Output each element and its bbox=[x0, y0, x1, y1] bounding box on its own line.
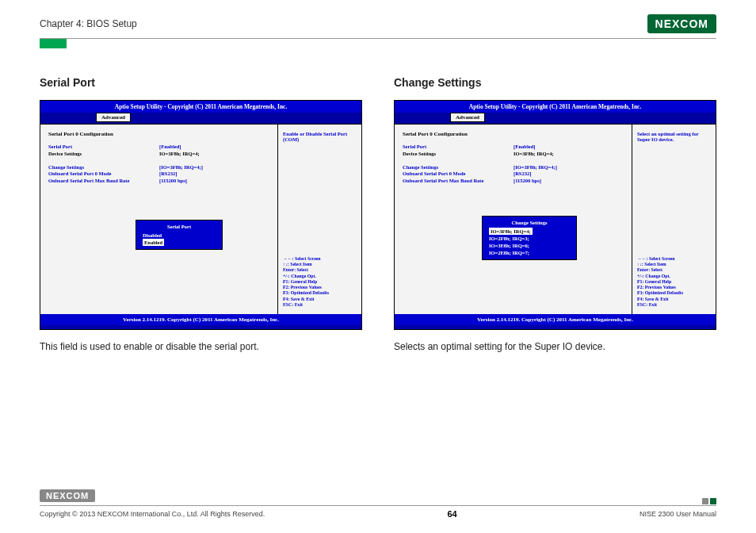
row-label: Change Settings bbox=[403, 164, 514, 171]
row-label: Serial Port bbox=[403, 144, 514, 151]
page-number: 64 bbox=[447, 509, 456, 519]
key-legend: →←: Select Screen↑↓: Select ItemEnter: S… bbox=[283, 256, 357, 308]
row-label: Onboard Serial Port 0 Mode bbox=[403, 171, 514, 178]
bios-footer-version: Version 2.14.1219. Copyright (C) 2011 Am… bbox=[40, 314, 361, 325]
row-label: Change Settings bbox=[48, 164, 159, 171]
green-tab-decoration bbox=[40, 39, 67, 48]
bios-tab-advanced: Advanced bbox=[450, 113, 485, 122]
footer-decoration bbox=[702, 498, 716, 504]
section-heading-serial-port: Serial Port bbox=[40, 76, 362, 89]
row-label: Device Settings bbox=[48, 151, 159, 158]
row-value: [Enabled] bbox=[159, 144, 269, 151]
config-heading: Serial Port 0 Configuration bbox=[403, 131, 624, 137]
caption-change-settings: Selects an optimal setting for the Super… bbox=[394, 341, 716, 352]
popup-change-settings: Change Settings IO=3F8h; IRQ=4; IO=2F8h;… bbox=[482, 216, 577, 260]
bios-screenshot-change-settings: Aptio Setup Utility - Copyright (C) 2011… bbox=[394, 100, 716, 330]
popup-option: Disabled bbox=[143, 232, 216, 239]
row-value: [IO=3F8h; IRQ=4;] bbox=[514, 164, 624, 171]
chapter-title: Chapter 4: BIOS Setup bbox=[40, 18, 137, 29]
row-label: Device Settings bbox=[403, 151, 514, 158]
row-label: Onboard Serial Port 0 Mode bbox=[48, 171, 159, 178]
popup-option: IO=2F8h; IRQ=3; bbox=[489, 235, 570, 242]
config-heading: Serial Port 0 Configuration bbox=[48, 131, 269, 137]
row-value: [115200 bps] bbox=[514, 178, 624, 185]
row-label: Serial Port bbox=[48, 144, 159, 151]
row-value: [RS232] bbox=[514, 171, 624, 178]
bios-tab-advanced: Advanced bbox=[96, 113, 131, 122]
brand-logo-bottom: NEXCOM bbox=[40, 489, 95, 502]
row-value: [115200 bps] bbox=[159, 178, 269, 185]
row-value: IO=3F8h; IRQ=4; bbox=[514, 151, 624, 158]
bios-title-bar: Aptio Setup Utility - Copyright (C) 2011… bbox=[40, 101, 361, 113]
popup-title: Change Settings bbox=[489, 220, 570, 225]
manual-name: NISE 2300 User Manual bbox=[640, 510, 716, 518]
copyright-text: Copyright © 2013 NEXCOM International Co… bbox=[40, 510, 265, 518]
key-legend: →←: Select Screen↑↓: Select ItemEnter: S… bbox=[637, 256, 711, 308]
bios-screenshot-serial-port: Aptio Setup Utility - Copyright (C) 2011… bbox=[40, 100, 362, 330]
row-label: Onboard Serial Port Max Baud Rate bbox=[48, 178, 159, 185]
footer-rule bbox=[40, 505, 716, 506]
popup-option-selected: IO=3F8h; IRQ=4; bbox=[489, 228, 533, 235]
popup-serial-port: Serial Port Disabled Enabled bbox=[136, 220, 223, 250]
brand-logo-top: NEXCOM bbox=[647, 14, 716, 33]
popup-option: IO=3E8h; IRQ=6; bbox=[489, 242, 570, 249]
bios-footer-version: Version 2.14.1219. Copyright (C) 2011 Am… bbox=[395, 314, 716, 325]
header-rule bbox=[40, 38, 716, 39]
popup-option: IO=2E8h; IRQ=7; bbox=[489, 249, 570, 256]
left-column: Serial Port Aptio Setup Utility - Copyri… bbox=[40, 76, 362, 352]
help-text: Select an optimal setting for Super IO d… bbox=[637, 131, 711, 142]
row-label: Onboard Serial Port Max Baud Rate bbox=[403, 178, 514, 185]
popup-option-selected: Enabled bbox=[143, 239, 164, 246]
caption-serial-port: This field is used to enable or disable … bbox=[40, 341, 362, 352]
row-value: IO=3F8h; IRQ=4; bbox=[159, 151, 269, 158]
section-heading-change-settings: Change Settings bbox=[394, 76, 716, 89]
row-value: [IO=3F8h; IRQ=4;] bbox=[159, 164, 269, 171]
bios-title-bar: Aptio Setup Utility - Copyright (C) 2011… bbox=[395, 101, 716, 113]
right-column: Change Settings Aptio Setup Utility - Co… bbox=[394, 76, 716, 352]
popup-title: Serial Port bbox=[143, 224, 216, 229]
row-value: [Enabled] bbox=[514, 144, 624, 151]
help-text: Enable or Disable Serial Port (COM) bbox=[283, 131, 357, 142]
row-value: [RS232] bbox=[159, 171, 269, 178]
